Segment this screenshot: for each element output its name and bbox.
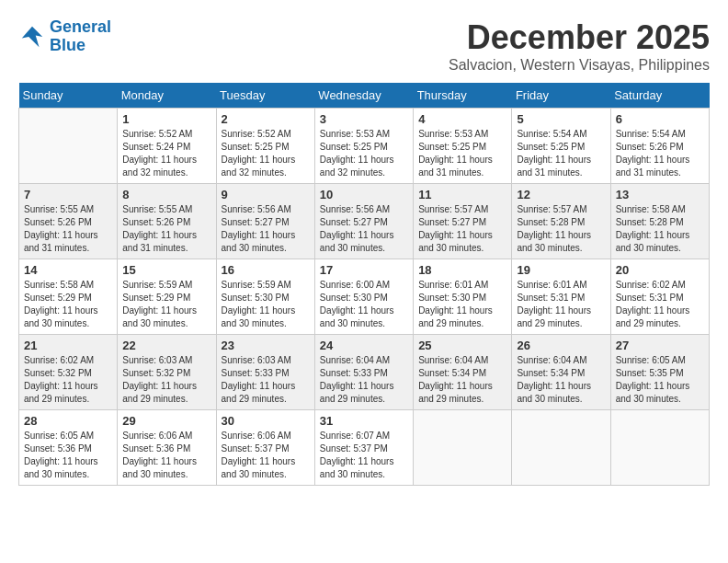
day-number: 6 — [616, 112, 704, 126]
calendar-cell: 24Sunrise: 6:04 AM Sunset: 5:33 PM Dayli… — [314, 335, 413, 410]
logo: General Blue — [18, 18, 111, 55]
day-number: 21 — [24, 339, 112, 352]
day-number: 19 — [517, 263, 605, 277]
day-info: Sunrise: 6:01 AM Sunset: 5:30 PM Dayligh… — [418, 279, 506, 330]
day-number: 31 — [320, 414, 408, 428]
day-number: 28 — [24, 414, 112, 428]
day-info: Sunrise: 6:04 AM Sunset: 5:34 PM Dayligh… — [517, 354, 605, 406]
day-info: Sunrise: 6:00 AM Sunset: 5:30 PM Dayligh… — [320, 279, 408, 330]
day-number: 14 — [24, 263, 112, 277]
day-number: 16 — [222, 263, 310, 277]
day-info: Sunrise: 6:06 AM Sunset: 5:36 PM Dayligh… — [122, 430, 210, 481]
header-wednesday: Wednesday — [314, 83, 413, 109]
calendar-cell: 19Sunrise: 6:01 AM Sunset: 5:31 PM Dayli… — [512, 259, 610, 335]
calendar-cell: 20Sunrise: 6:02 AM Sunset: 5:31 PM Dayli… — [610, 259, 709, 335]
day-number: 9 — [222, 188, 310, 201]
calendar-week-row: 14Sunrise: 5:58 AM Sunset: 5:29 PM Dayli… — [19, 259, 710, 335]
day-number: 4 — [418, 112, 506, 126]
day-number: 18 — [418, 263, 506, 277]
day-number: 24 — [320, 339, 408, 352]
day-number: 3 — [320, 112, 408, 126]
calendar-cell: 11Sunrise: 5:57 AM Sunset: 5:27 PM Dayli… — [414, 184, 512, 259]
calendar-cell — [512, 410, 610, 486]
calendar-cell: 3Sunrise: 5:53 AM Sunset: 5:25 PM Daylig… — [314, 109, 413, 184]
day-info: Sunrise: 6:02 AM Sunset: 5:32 PM Dayligh… — [24, 354, 112, 406]
day-info: Sunrise: 6:04 AM Sunset: 5:33 PM Dayligh… — [320, 354, 408, 406]
day-info: Sunrise: 6:03 AM Sunset: 5:32 PM Dayligh… — [122, 354, 210, 406]
day-number: 13 — [616, 188, 704, 201]
calendar-cell: 2Sunrise: 5:52 AM Sunset: 5:25 PM Daylig… — [216, 109, 314, 184]
calendar-cell: 5Sunrise: 5:54 AM Sunset: 5:25 PM Daylig… — [512, 109, 610, 184]
title-section: December 2025 Salvacion, Western Visayas… — [449, 18, 710, 74]
day-number: 10 — [320, 188, 408, 201]
calendar-cell: 6Sunrise: 5:54 AM Sunset: 5:26 PM Daylig… — [610, 109, 709, 184]
calendar-cell: 30Sunrise: 6:06 AM Sunset: 5:37 PM Dayli… — [216, 410, 314, 486]
day-info: Sunrise: 5:56 AM Sunset: 5:27 PM Dayligh… — [222, 203, 310, 255]
calendar-cell: 17Sunrise: 6:00 AM Sunset: 5:30 PM Dayli… — [314, 259, 413, 335]
calendar-week-row: 7Sunrise: 5:55 AM Sunset: 5:26 PM Daylig… — [19, 184, 710, 259]
day-info: Sunrise: 5:55 AM Sunset: 5:26 PM Dayligh… — [24, 203, 112, 255]
day-info: Sunrise: 5:59 AM Sunset: 5:29 PM Dayligh… — [122, 279, 210, 330]
day-number: 5 — [517, 112, 605, 126]
calendar-cell: 10Sunrise: 5:56 AM Sunset: 5:27 PM Dayli… — [314, 184, 413, 259]
day-info: Sunrise: 5:59 AM Sunset: 5:30 PM Dayligh… — [222, 279, 310, 330]
calendar-cell: 21Sunrise: 6:02 AM Sunset: 5:32 PM Dayli… — [19, 335, 118, 410]
month-title: December 2025 — [449, 18, 710, 57]
day-info: Sunrise: 6:06 AM Sunset: 5:37 PM Dayligh… — [222, 430, 310, 481]
day-number: 2 — [222, 112, 310, 126]
day-number: 23 — [222, 339, 310, 352]
calendar-cell — [610, 410, 709, 486]
day-info: Sunrise: 5:58 AM Sunset: 5:28 PM Dayligh… — [616, 203, 704, 255]
logo-line2: Blue — [50, 36, 85, 54]
calendar-cell: 1Sunrise: 5:52 AM Sunset: 5:24 PM Daylig… — [118, 109, 216, 184]
day-info: Sunrise: 6:05 AM Sunset: 5:36 PM Dayligh… — [24, 430, 112, 481]
header-friday: Friday — [512, 83, 610, 109]
calendar-table: SundayMondayTuesdayWednesdayThursdayFrid… — [18, 83, 710, 486]
day-number: 30 — [222, 414, 310, 428]
logo-line1: General — [50, 17, 111, 36]
day-info: Sunrise: 5:52 AM Sunset: 5:24 PM Dayligh… — [122, 128, 210, 179]
day-info: Sunrise: 5:54 AM Sunset: 5:26 PM Dayligh… — [616, 128, 704, 179]
day-info: Sunrise: 5:55 AM Sunset: 5:26 PM Dayligh… — [122, 203, 210, 255]
day-info: Sunrise: 6:03 AM Sunset: 5:33 PM Dayligh… — [222, 354, 310, 406]
day-number: 26 — [517, 339, 605, 352]
day-info: Sunrise: 5:53 AM Sunset: 5:25 PM Dayligh… — [418, 128, 506, 179]
location-title: Salvacion, Western Visayas, Philippines — [449, 57, 710, 74]
logo-text: General Blue — [50, 18, 111, 55]
svg-marker-0 — [22, 27, 43, 48]
day-info: Sunrise: 6:01 AM Sunset: 5:31 PM Dayligh… — [517, 279, 605, 330]
day-info: Sunrise: 5:52 AM Sunset: 5:25 PM Dayligh… — [222, 128, 310, 179]
day-number: 22 — [122, 339, 210, 352]
day-number: 29 — [122, 414, 210, 428]
day-number: 12 — [517, 188, 605, 201]
day-info: Sunrise: 6:02 AM Sunset: 5:31 PM Dayligh… — [616, 279, 704, 330]
calendar-cell: 13Sunrise: 5:58 AM Sunset: 5:28 PM Dayli… — [610, 184, 709, 259]
day-number: 15 — [122, 263, 210, 277]
header-saturday: Saturday — [610, 83, 709, 109]
day-number: 7 — [24, 188, 112, 201]
header-tuesday: Tuesday — [216, 83, 314, 109]
calendar-cell: 26Sunrise: 6:04 AM Sunset: 5:34 PM Dayli… — [512, 335, 610, 410]
day-info: Sunrise: 5:56 AM Sunset: 5:27 PM Dayligh… — [320, 203, 408, 255]
day-number: 1 — [122, 112, 210, 126]
calendar-week-row: 1Sunrise: 5:52 AM Sunset: 5:24 PM Daylig… — [19, 109, 710, 184]
calendar-cell: 18Sunrise: 6:01 AM Sunset: 5:30 PM Dayli… — [414, 259, 512, 335]
calendar-cell: 12Sunrise: 5:57 AM Sunset: 5:28 PM Dayli… — [512, 184, 610, 259]
day-info: Sunrise: 5:58 AM Sunset: 5:29 PM Dayligh… — [24, 279, 112, 330]
day-number: 11 — [418, 188, 506, 201]
calendar-week-row: 21Sunrise: 6:02 AM Sunset: 5:32 PM Dayli… — [19, 335, 710, 410]
calendar-cell — [19, 109, 118, 184]
day-info: Sunrise: 6:07 AM Sunset: 5:37 PM Dayligh… — [320, 430, 408, 481]
day-number: 17 — [320, 263, 408, 277]
day-number: 27 — [616, 339, 704, 352]
day-info: Sunrise: 6:04 AM Sunset: 5:34 PM Dayligh… — [418, 354, 506, 406]
calendar-cell: 25Sunrise: 6:04 AM Sunset: 5:34 PM Dayli… — [414, 335, 512, 410]
calendar-cell: 16Sunrise: 5:59 AM Sunset: 5:30 PM Dayli… — [216, 259, 314, 335]
header-sunday: Sunday — [19, 83, 118, 109]
calendar-cell: 15Sunrise: 5:59 AM Sunset: 5:29 PM Dayli… — [118, 259, 216, 335]
calendar-cell: 14Sunrise: 5:58 AM Sunset: 5:29 PM Dayli… — [19, 259, 118, 335]
day-number: 20 — [616, 263, 704, 277]
calendar-cell: 9Sunrise: 5:56 AM Sunset: 5:27 PM Daylig… — [216, 184, 314, 259]
logo-icon — [18, 23, 46, 51]
calendar-cell — [414, 410, 512, 486]
